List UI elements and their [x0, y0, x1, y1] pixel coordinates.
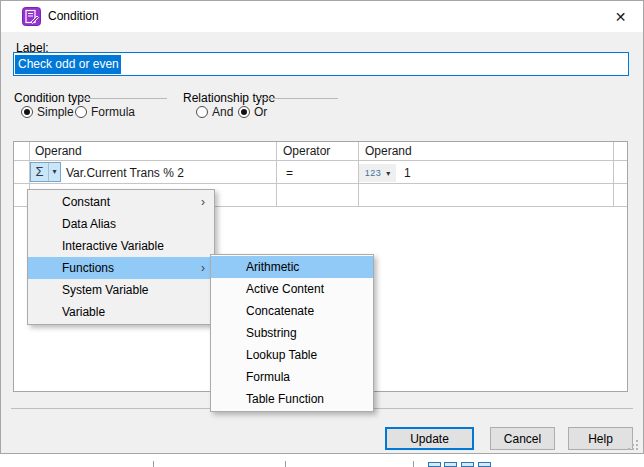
operand2-type-dropdown[interactable]: 123 ▾ — [359, 164, 396, 182]
background-fragment — [478, 462, 491, 467]
submenu-item-formula[interactable]: Formula — [211, 366, 373, 388]
submenu-item-substring[interactable]: Substring — [211, 322, 373, 344]
close-icon[interactable]: ✕ — [598, 1, 643, 32]
submenu-item-lookup-table[interactable]: Lookup Table — [211, 344, 373, 366]
radio-and[interactable]: And — [196, 105, 233, 119]
radio-and-label[interactable]: And — [212, 105, 233, 119]
chevron-down-icon[interactable]: ▾ — [386, 169, 390, 178]
operand-type-dropdown[interactable]: Σ ▾ — [30, 162, 61, 182]
label-input[interactable]: Check odd or even — [13, 52, 629, 76]
grid-line — [276, 142, 277, 207]
group-divider — [258, 98, 338, 99]
condition-dialog-icon — [22, 7, 41, 26]
menu-item-interactive-variable[interactable]: Interactive Variable — [28, 235, 214, 257]
background-fragment — [444, 462, 457, 467]
menu-item-functions[interactable]: Functions › — [28, 257, 214, 279]
label-input-selected-text: Check odd or even — [15, 55, 121, 74]
window-title: Condition — [48, 9, 99, 23]
submenu-arrow-icon: › — [201, 257, 205, 279]
grid-header-operand-1: Operand — [35, 144, 82, 158]
operand2-cell-value[interactable]: 1 — [404, 166, 411, 180]
radio-formula-circle[interactable] — [75, 106, 87, 118]
title-bar: Condition ✕ — [1, 1, 643, 32]
menu-item-label: Formula — [246, 370, 290, 384]
menu-item-data-alias[interactable]: Data Alias — [28, 213, 214, 235]
background-fragment — [428, 462, 441, 467]
grid-line — [613, 142, 614, 207]
radio-simple-circle[interactable] — [21, 106, 33, 118]
functions-submenu: Arithmetic Active Content Concatenate Su… — [210, 254, 374, 412]
resize-grip[interactable] — [629, 440, 638, 449]
radio-formula[interactable]: Formula — [75, 105, 135, 119]
cancel-button[interactable]: Cancel — [490, 427, 555, 450]
menu-item-label: Functions — [62, 261, 114, 275]
menu-item-label: Concatenate — [246, 304, 314, 318]
grid-line — [14, 160, 627, 161]
radio-or-circle[interactable] — [238, 106, 250, 118]
submenu-item-active-content[interactable]: Active Content — [211, 278, 373, 300]
group-divider — [79, 98, 167, 99]
radio-or[interactable]: Or — [238, 105, 267, 119]
submenu-item-table-function[interactable]: Table Function — [211, 388, 373, 410]
chevron-down-icon[interactable]: ▾ — [48, 163, 60, 181]
menu-item-system-variable[interactable]: System Variable — [28, 279, 214, 301]
operand-cell-value[interactable]: Var.Current Trans % 2 — [66, 166, 184, 180]
radio-formula-label[interactable]: Formula — [91, 105, 135, 119]
radio-simple[interactable]: Simple — [21, 105, 74, 119]
grid-header-operator: Operator — [283, 144, 330, 158]
menu-item-label: Lookup Table — [246, 348, 317, 362]
radio-or-label[interactable]: Or — [254, 105, 267, 119]
number-type-icon[interactable]: 123 — [365, 168, 382, 178]
radio-and-circle[interactable] — [196, 106, 208, 118]
menu-item-constant[interactable]: Constant › — [28, 191, 214, 213]
grid-line — [14, 183, 627, 184]
update-button[interactable]: Update — [385, 427, 474, 450]
menu-item-label: Substring — [246, 326, 297, 340]
menu-item-label: Variable — [62, 305, 105, 319]
menu-item-label: Constant — [62, 195, 110, 209]
menu-item-label: Arithmetic — [246, 260, 299, 274]
menu-item-label: Interactive Variable — [62, 239, 164, 253]
menu-item-label: Active Content — [246, 282, 324, 296]
submenu-item-concatenate[interactable]: Concatenate — [211, 300, 373, 322]
menu-item-variable[interactable]: Variable — [28, 301, 214, 323]
background-fragment — [285, 461, 286, 467]
grid-header-operand-2: Operand — [365, 144, 412, 158]
operand-type-menu: Constant › Data Alias Interactive Variab… — [27, 189, 215, 325]
menu-item-label: Table Function — [246, 392, 324, 406]
help-button[interactable]: Help — [568, 427, 633, 450]
background-fragment — [413, 461, 414, 467]
sigma-icon[interactable]: Σ — [31, 163, 48, 181]
background-fragment — [461, 462, 474, 467]
radio-simple-label[interactable]: Simple — [37, 105, 74, 119]
background-fragment — [153, 461, 154, 467]
menu-item-label: System Variable — [62, 283, 148, 297]
screen: Condition ✕ Label: Check odd or even Con… — [0, 0, 644, 467]
menu-item-label: Data Alias — [62, 217, 116, 231]
submenu-arrow-icon: › — [201, 191, 205, 213]
submenu-item-arithmetic[interactable]: Arithmetic — [211, 256, 373, 278]
operator-cell-value[interactable]: = — [286, 166, 293, 180]
